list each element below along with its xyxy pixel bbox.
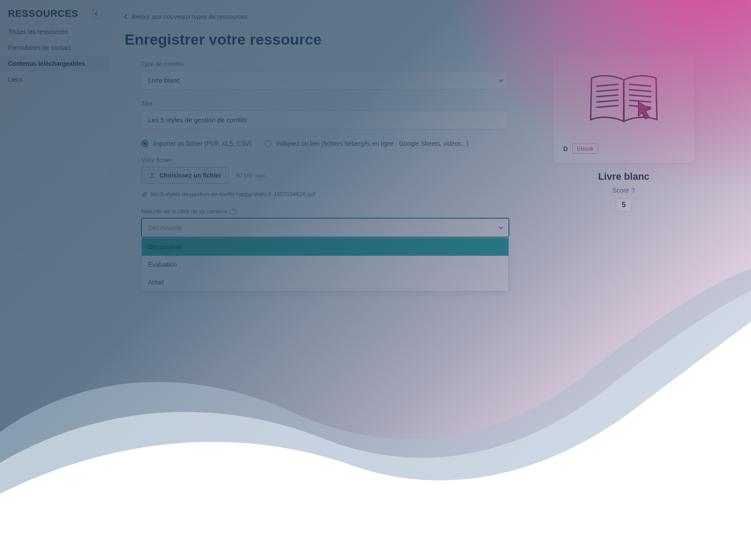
radio-unchecked-icon — [265, 140, 272, 147]
sidebar-item-contact-forms[interactable]: Formulaires de contact — [0, 40, 110, 56]
maturity-label: Maturité de la cible de ce contenu ? — [141, 208, 509, 215]
chevron-down-icon — [499, 77, 503, 82]
content-type-select[interactable]: Livre blanc — [141, 71, 509, 90]
attached-file-row: les-5-styles-de-gestion-de-conflit-happy… — [141, 191, 509, 197]
source-radio-group: Importer un fichier (PDF, XLS, CSV) Indi… — [141, 140, 509, 147]
resource-form-column: Retour aux nouveaux types de ressources … — [125, 12, 522, 542]
sidebar-item-links[interactable]: Liens — [0, 72, 110, 87]
maturity-option-evaluation[interactable]: Évaluation — [142, 256, 508, 273]
score-value: 5 — [616, 198, 632, 212]
title-label: Titre — [141, 100, 509, 107]
field-content-type: Type de contenu Livre blanc — [141, 61, 509, 90]
field-maturity: Maturité de la cible de ce contenu ? Déc… — [141, 208, 509, 291]
page-title: Enregistrer votre ressource — [125, 31, 522, 48]
cursor-icon — [638, 102, 651, 119]
title-input[interactable]: Les 5 styles de gestion de conflits — [141, 110, 509, 129]
file-size-note: 50 MB max. — [236, 172, 266, 179]
choose-file-button[interactable]: Choisissez un fichier — [141, 167, 229, 184]
sidebar: RESSOURCES Toutes les ressources Formula… — [0, 0, 110, 560]
preview-card: D Ebook — [553, 55, 694, 163]
back-link-label: Retour aux nouveaux types de ressources — [132, 13, 247, 20]
source-radio-link[interactable]: Indiquez un lien (fichiers hébergés en l… — [265, 140, 468, 147]
source-radio-import[interactable]: Importer un fichier (PDF, XLS, CSV) — [141, 140, 251, 147]
tag-letter: D — [563, 145, 568, 152]
chevron-down-icon — [499, 225, 503, 229]
maturity-dropdown: Découverte Évaluation Achat — [141, 238, 509, 291]
chevron-left-icon — [95, 11, 99, 16]
main-area: Retour aux nouveaux types de ressources … — [110, 0, 751, 560]
maturity-label-text: Maturité de la cible de ce contenu — [141, 208, 227, 215]
field-title: Titre Les 5 styles de gestion de conflit… — [141, 100, 509, 129]
sidebar-nav: Toutes les ressources Formulaires de con… — [0, 24, 110, 87]
content-type-value: Livre blanc — [148, 76, 180, 84]
choose-file-label: Choisissez un fichier — [159, 172, 221, 179]
maturity-option-decouverte[interactable]: Découverte — [142, 238, 508, 256]
file-label: Votre fichier — [141, 157, 509, 163]
back-link[interactable]: Retour aux nouveaux types de ressources — [125, 13, 247, 20]
score-label: Score — [613, 187, 629, 194]
paperclip-icon — [141, 191, 148, 197]
maturity-select[interactable]: Découverte — [141, 218, 509, 237]
maturity-option-achat[interactable]: Achat — [142, 273, 508, 291]
radio-checked-icon — [141, 140, 148, 147]
title-value: Les 5 styles de gestion de conflits — [148, 116, 247, 124]
attached-file-name: les-5-styles-de-gestion-de-conflit-happy… — [151, 191, 315, 197]
source-link-label: Indiquez un lien (fichiers hébergés en l… — [276, 140, 468, 147]
sidebar-item-all-resources[interactable]: Toutes les ressources — [0, 24, 110, 40]
form-block: Type de contenu Livre blanc Titre Les 5 … — [125, 61, 509, 291]
maturity-placeholder: Découverte — [148, 224, 182, 231]
tag-ebook: Ebook — [572, 144, 598, 154]
help-icon[interactable]: ? — [631, 187, 635, 194]
open-book-icon — [586, 71, 661, 129]
preview-title: Livre blanc — [553, 171, 694, 182]
sidebar-title: RESSOURCES — [8, 8, 78, 19]
sidebar-collapse-button[interactable] — [92, 9, 102, 19]
resource-preview: D Ebook Livre blanc Score ? 5 — [553, 55, 694, 542]
sidebar-item-downloadable-content[interactable]: Contenus téléchargeables — [0, 56, 110, 72]
app-surface: RESSOURCES Toutes les ressources Formula… — [0, 0, 751, 560]
field-file: Votre fichier Choisissez un fichier 50 M… — [141, 157, 509, 197]
upload-icon — [149, 172, 155, 178]
score-row: Score ? — [553, 187, 694, 194]
content-type-label: Type de contenu — [141, 61, 509, 67]
chevron-left-icon — [124, 14, 129, 19]
preview-tags: D Ebook — [563, 144, 684, 154]
help-icon[interactable]: ? — [230, 208, 236, 215]
source-import-label: Importer un fichier (PDF, XLS, CSV) — [153, 140, 251, 147]
